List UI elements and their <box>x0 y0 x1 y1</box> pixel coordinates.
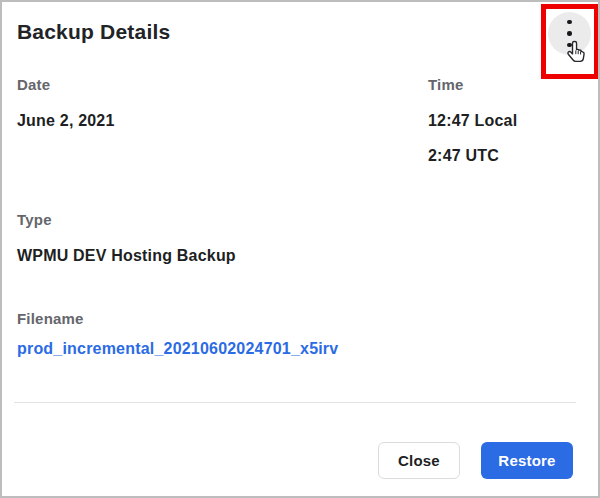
time-utc-value: 2:47 UTC <box>428 147 499 165</box>
filename-label: Filename <box>17 310 84 327</box>
type-value: WPMU DEV Hosting Backup <box>17 247 236 265</box>
date-value: June 2, 2021 <box>17 112 115 130</box>
page-title: Backup Details <box>17 20 170 44</box>
footer-divider <box>14 402 576 403</box>
annotation-highlight-box <box>541 4 599 79</box>
options-menu-button[interactable] <box>548 12 591 55</box>
filename-link[interactable]: prod_incremental_20210602024701_x5irv <box>17 340 338 358</box>
backup-details-dialog: Backup Details Date June 2, 2021 Time 12… <box>0 0 600 498</box>
close-button[interactable]: Close <box>378 442 460 479</box>
time-local-value: 12:47 Local <box>428 112 517 130</box>
kebab-menu-icon <box>567 20 572 48</box>
restore-button[interactable]: Restore <box>481 442 573 479</box>
time-label: Time <box>428 76 464 93</box>
dialog-footer: Close Restore <box>378 442 573 479</box>
type-label: Type <box>17 211 52 228</box>
date-label: Date <box>17 76 50 93</box>
